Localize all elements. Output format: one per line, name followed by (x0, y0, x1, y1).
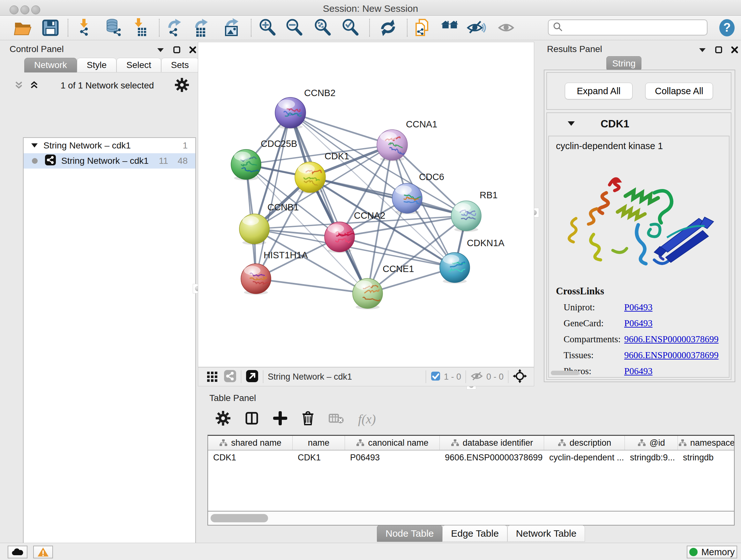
first-neighbors-icon[interactable] (440, 17, 460, 38)
table-cell[interactable]: CDK1 (208, 450, 293, 464)
show-columns-icon[interactable] (245, 411, 259, 427)
zoom-out-icon[interactable] (284, 17, 305, 38)
results-hscrollbar[interactable] (551, 371, 580, 375)
zoom-selected-icon[interactable] (340, 17, 361, 38)
table-row[interactable]: CDK1CDK1P064939606.ENSP00000378699cyclin… (208, 450, 734, 464)
memory-button[interactable]: Memory (687, 546, 737, 558)
table-cell[interactable]: stringdb:9... (625, 450, 678, 464)
tab-select[interactable]: Select (117, 58, 161, 72)
hide-selected-icon[interactable] (466, 17, 486, 38)
network-node-CCNB2[interactable]: CCNB2 (275, 88, 335, 129)
export-table-icon[interactable] (192, 17, 212, 38)
show-all-icon[interactable] (497, 17, 518, 38)
add-column-icon[interactable] (273, 411, 287, 427)
network-edge[interactable] (290, 113, 392, 145)
close-panel-icon[interactable] (189, 46, 197, 55)
help-button[interactable]: ? (718, 18, 737, 39)
table-options-gear-icon[interactable] (216, 411, 230, 427)
svg-text:?: ? (723, 21, 731, 34)
results-close-icon[interactable] (731, 46, 738, 55)
crosslink-link[interactable]: P06493 (624, 366, 653, 376)
crosslink-link[interactable]: P06493 (624, 318, 653, 328)
search-box[interactable] (548, 19, 708, 36)
network-node-CCNE1[interactable]: CCNE1 (353, 264, 414, 309)
crosslink-link[interactable]: 9606.ENSP00000378699 (624, 350, 719, 361)
table-cell[interactable]: 9606.ENSP00000378699 (440, 450, 544, 464)
delete-column-icon[interactable] (301, 411, 315, 427)
node-label-HIST1H1A: HIST1H1A (264, 250, 308, 260)
panel-menu-icon[interactable] (156, 47, 165, 54)
network-node-CCNA1[interactable]: CCNA1 (377, 119, 437, 161)
zoom-fit-icon[interactable] (313, 17, 333, 38)
expand-all-tree-icon[interactable] (29, 79, 40, 91)
tab-network-table[interactable]: Network Table (508, 525, 585, 542)
import-table-icon[interactable] (129, 17, 149, 38)
node-label-CCNA1: CCNA1 (406, 119, 437, 129)
column-header-name[interactable]: name (293, 436, 345, 450)
toolbar-separator (159, 19, 159, 37)
delete-table-icon[interactable] (329, 412, 344, 426)
float-panel-icon[interactable] (173, 46, 181, 55)
table-cell[interactable]: stringdb (678, 450, 735, 464)
zoom-in-icon[interactable] (258, 17, 278, 38)
selected-checkbox-icon[interactable] (430, 371, 441, 382)
import-network-file-icon[interactable] (74, 17, 95, 38)
network-node-RB1[interactable]: RB1 (451, 190, 497, 232)
results-float-icon[interactable] (715, 46, 723, 55)
birdseye-icon[interactable] (513, 369, 527, 384)
network-edge[interactable] (256, 279, 367, 294)
network-row-selected[interactable]: String Network – cdk1 11 48 (23, 153, 195, 169)
column-header-description[interactable]: description (544, 436, 625, 450)
results-panel-title: Results Panel (547, 44, 602, 54)
refresh-icon[interactable] (378, 17, 398, 38)
network-edge[interactable] (310, 177, 466, 216)
save-session-icon[interactable] (40, 17, 61, 38)
table-hscrollbar-thumb[interactable] (211, 514, 268, 522)
function-builder-icon[interactable]: f(x) (358, 412, 376, 427)
network-node-CDKN1A[interactable]: CDKN1A (440, 238, 504, 284)
warnings-button[interactable] (33, 546, 53, 558)
tab-sets[interactable]: Sets (161, 58, 199, 72)
gene-collapse-triangle-icon[interactable] (567, 120, 576, 128)
open-in-window-icon[interactable] (246, 370, 259, 384)
import-network-database-icon[interactable] (104, 17, 124, 38)
table-cell[interactable]: cyclin-dependent ... (544, 450, 625, 464)
network-collection-row[interactable]: String Network – cdk1 1 (23, 138, 195, 153)
crosslink-link[interactable]: P06493 (624, 302, 653, 313)
collapse-triangle-icon[interactable] (30, 140, 38, 151)
expand-all-button[interactable]: Expand All (565, 83, 632, 99)
table-cell[interactable]: P06493 (345, 450, 440, 464)
clone-network-icon[interactable] (412, 17, 433, 38)
tab-style[interactable]: Style (77, 58, 117, 72)
title-bar: Session: New Session (0, 0, 741, 16)
collapse-all-tree-icon[interactable] (13, 79, 24, 91)
table-hscrollbar[interactable] (207, 511, 735, 525)
collapse-all-button[interactable]: Collapse All (645, 83, 713, 99)
open-session-icon[interactable] (12, 17, 33, 38)
results-menu-icon[interactable] (698, 47, 706, 54)
cloud-button[interactable] (8, 546, 27, 558)
export-network-icon[interactable] (165, 17, 185, 38)
search-input[interactable] (563, 22, 702, 33)
network-node-HIST1H1A[interactable]: HIST1H1A (241, 250, 308, 295)
grid-view-icon[interactable] (206, 370, 218, 383)
export-image-icon[interactable] (222, 17, 242, 38)
column-header-namespace[interactable]: namespace (678, 436, 735, 450)
network-node-CCNB1[interactable]: CCNB1 (239, 202, 299, 245)
crosslink-link[interactable]: 9606.ENSP00000378699 (624, 334, 719, 345)
network-label: String Network – cdk1 (61, 156, 149, 166)
column-header-shared-name[interactable]: shared name (208, 436, 293, 450)
network-edge[interactable] (290, 113, 367, 294)
network-canvas[interactable]: CCNB2 CCNA1 CDC25B CDK1 CDC6 RB1 CCNB1 C… (198, 42, 534, 367)
tab-node-table[interactable]: Node Table (377, 525, 442, 542)
column-header-canonical-name[interactable]: canonical name (345, 436, 440, 450)
network-options-gear-icon[interactable] (175, 78, 189, 93)
table-cell[interactable]: CDK1 (293, 450, 345, 464)
tab-network[interactable]: Network (24, 58, 77, 72)
hidden-eye-icon[interactable] (470, 371, 483, 382)
tab-string[interactable]: String (606, 56, 642, 71)
column-header-database-identifier[interactable]: database identifier (440, 436, 544, 450)
tab-edge-table[interactable]: Edge Table (442, 525, 508, 542)
network-share-gray-icon[interactable] (224, 370, 237, 384)
column-header--id[interactable]: @id (625, 436, 678, 450)
